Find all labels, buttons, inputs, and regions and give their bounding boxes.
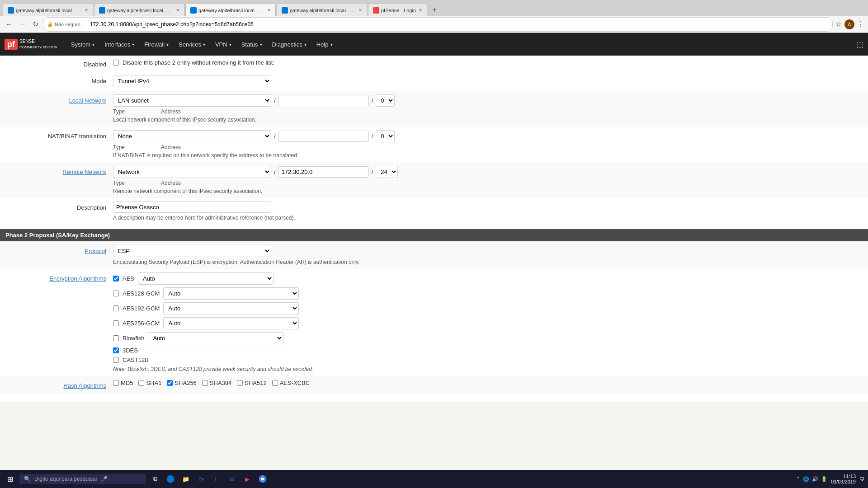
- tab-1-close[interactable]: ✕: [85, 8, 88, 13]
- hash-aes-xcbc: AES-XCBC: [272, 380, 310, 386]
- hash-sha256: SHA256: [167, 380, 196, 386]
- local-network-mask[interactable]: 0: [376, 94, 395, 107]
- tab-4-favicon: [282, 7, 288, 14]
- hash-sha512-label: SHA512: [245, 380, 266, 386]
- algo-blowfish-checkbox[interactable]: [113, 335, 119, 341]
- tab-2[interactable]: gateway.alpitelbrasil.local - Stat... ✕: [94, 4, 184, 16]
- hash-sha1-checkbox[interactable]: [138, 380, 144, 386]
- local-network-link[interactable]: Local Network: [69, 97, 106, 104]
- nat-binat-address[interactable]: [278, 131, 369, 142]
- mode-select[interactable]: Tunnel IPv4 Tunnel IPv6 Transport: [113, 75, 271, 87]
- remote-network-content: Network / / 24 Type Address Remote netwo…: [113, 166, 859, 194]
- algo-aes128gcm-checkbox[interactable]: [113, 291, 119, 296]
- algo-aes-dropdown[interactable]: Auto: [138, 272, 274, 285]
- local-network-type-label: Type: [113, 108, 125, 115]
- taskbar-search[interactable]: 🔍 Digite aqui para pesquisar 🎤: [19, 474, 146, 482]
- nav-services[interactable]: Services ▾: [174, 38, 210, 51]
- tab-4[interactable]: gateway.alpitelbrasil.local - Inter... ✕: [277, 4, 367, 16]
- nav-services-caret: ▾: [203, 42, 205, 47]
- mail-icon[interactable]: ✉: [226, 473, 238, 482]
- encryption-algorithms-content: AES Auto AES128-GCM Auto: [113, 272, 859, 372]
- nav-system[interactable]: System ▾: [66, 38, 99, 51]
- local-network-address-label: Address: [161, 108, 181, 115]
- nav-firewall[interactable]: Firewall ▾: [140, 38, 173, 51]
- nat-binat-help: If NAT/BINAT is required on this network…: [113, 152, 859, 159]
- store-icon[interactable]: 🛍: [195, 473, 208, 482]
- time-block: 11:13 03/09/2019: [831, 474, 856, 482]
- nav-right-icon[interactable]: ⬚: [857, 40, 863, 49]
- description-input[interactable]: [113, 202, 271, 213]
- tab-3[interactable]: gateway.alpitelbrasil.local - Inter... ✕: [185, 4, 276, 16]
- forward-button[interactable]: →: [17, 19, 28, 29]
- hash-algorithms-link[interactable]: Hash Algorithms: [63, 382, 106, 389]
- edge-browser-icon[interactable]: [164, 473, 177, 482]
- remote-network-type-select[interactable]: Network: [113, 166, 271, 178]
- local-network-type-select[interactable]: LAN subnet: [113, 94, 271, 107]
- remote-network-link[interactable]: Remote Network: [62, 169, 106, 175]
- nat-binat-type-select[interactable]: None: [113, 130, 271, 142]
- chrome-icon[interactable]: [256, 473, 269, 482]
- tab-2-close[interactable]: ✕: [176, 8, 179, 13]
- hash-aes-xcbc-checkbox[interactable]: [272, 380, 278, 386]
- disabled-row: Disabled Disable this phase 2 entry with…: [0, 56, 868, 71]
- address-field-container[interactable]: 🔒 Não seguro |: [43, 17, 833, 32]
- algo-aes256gcm-checkbox[interactable]: [113, 320, 119, 326]
- nav-interfaces[interactable]: Interfaces ▾: [100, 38, 139, 51]
- profile-avatar[interactable]: A: [844, 19, 854, 29]
- nav-firewall-label: Firewall: [144, 41, 165, 48]
- algo-blowfish-dropdown[interactable]: Auto: [148, 332, 283, 344]
- remote-network-address[interactable]: [278, 166, 369, 178]
- remote-network-labels: Type Address: [113, 180, 859, 186]
- hash-sha384-checkbox[interactable]: [202, 380, 208, 386]
- algo-aes256gcm-dropdown[interactable]: Auto: [163, 317, 299, 329]
- protocol-link[interactable]: Protocol: [85, 248, 106, 254]
- taskbar: ⊞ 🔍 Digite aqui para pesquisar 🎤 ⧉ 📁 🛍 L…: [0, 470, 868, 482]
- app-icon-red[interactable]: ▶: [241, 473, 254, 482]
- nav-vpn[interactable]: VPN ▾: [211, 38, 236, 51]
- nav-status[interactable]: Status ▾: [237, 38, 267, 51]
- tab-4-close[interactable]: ✕: [359, 8, 362, 13]
- bookmark-button[interactable]: ☆: [835, 20, 842, 28]
- remote-network-type-label: Type: [113, 180, 125, 186]
- tab-5-favicon: [373, 7, 379, 14]
- algo-aes192gcm-dropdown[interactable]: Auto: [163, 302, 299, 314]
- algo-3des-checkbox[interactable]: [113, 347, 119, 353]
- hash-sha256-checkbox[interactable]: [167, 380, 173, 386]
- tab-5[interactable]: pfSense - Login ✕: [368, 4, 427, 16]
- local-network-labels: Type Address: [113, 108, 859, 115]
- local-network-address[interactable]: [278, 95, 369, 106]
- secure-text: Não seguro: [55, 22, 80, 27]
- reload-button[interactable]: ↻: [31, 19, 40, 29]
- algo-aes-checkbox[interactable]: [113, 276, 119, 282]
- protocol-content: ESP AH Encapsulating Security Payload (E…: [113, 245, 859, 265]
- encryption-algorithms-link[interactable]: Encryption Algorithms: [49, 275, 106, 282]
- new-tab-button[interactable]: +: [428, 4, 441, 16]
- notification-icon[interactable]: 🗨: [859, 476, 864, 482]
- remote-network-mask[interactable]: 24: [376, 166, 398, 178]
- tab-2-label: gateway.alpitelbrasil.local - Stat...: [107, 8, 173, 13]
- app-icon-blue[interactable]: L: [210, 473, 223, 482]
- nat-binat-mask[interactable]: 0: [376, 130, 395, 142]
- tab-5-close[interactable]: ✕: [419, 8, 422, 13]
- remote-network-label: Remote Network: [9, 166, 113, 175]
- tab-1[interactable]: gateway.alpitelbrasil.local - VPN... ✕: [3, 4, 93, 16]
- address-input[interactable]: [87, 19, 829, 29]
- file-explorer-icon[interactable]: 📁: [179, 473, 192, 482]
- taskview-button[interactable]: ⧉: [149, 473, 161, 482]
- hash-md5-checkbox[interactable]: [113, 380, 119, 386]
- algo-aes128gcm-dropdown[interactable]: Auto: [163, 287, 299, 300]
- systray-up-icon[interactable]: ⌃: [796, 476, 800, 482]
- tab-3-close[interactable]: ✕: [267, 8, 271, 13]
- algo-aes192gcm-checkbox[interactable]: [113, 305, 119, 311]
- nav-diagnostics[interactable]: Diagnostics ▾: [268, 38, 311, 51]
- nav-vpn-caret: ▾: [229, 42, 231, 47]
- disabled-checkbox[interactable]: [113, 60, 119, 66]
- protocol-select[interactable]: ESP AH: [113, 245, 271, 257]
- back-button[interactable]: ←: [4, 19, 14, 29]
- hash-sha512-checkbox[interactable]: [237, 380, 243, 386]
- algo-cast128-checkbox[interactable]: [113, 357, 119, 363]
- nav-help[interactable]: Help ▾: [312, 38, 337, 51]
- encryption-algorithms-row: Encryption Algorithms AES Auto AES1: [0, 269, 868, 376]
- start-button[interactable]: ⊞: [4, 473, 17, 483]
- browser-menu-button[interactable]: ⋮: [857, 20, 864, 28]
